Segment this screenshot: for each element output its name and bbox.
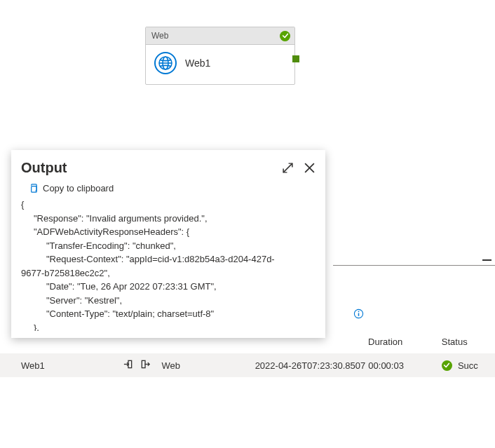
copy-label: Copy to clipboard — [43, 183, 114, 194]
json-line: "Content-Type": "text/plain; charset=utf… — [21, 307, 313, 321]
copy-icon — [28, 183, 39, 194]
table-header-row: Duration Status — [21, 337, 495, 347]
collapse-icon[interactable] — [482, 259, 491, 261]
success-status-icon — [280, 31, 290, 41]
copy-to-clipboard-button[interactable]: Copy to clipboard — [28, 183, 316, 194]
expand-icon[interactable] — [282, 162, 294, 174]
activity-header: Web — [146, 27, 294, 45]
row-duration: 00:00:03 — [368, 360, 442, 371]
json-line: "Request-Context": "appId=cid-v1:d82b54a… — [21, 252, 313, 266]
json-line: "Transfer-Encoding": "chunked", — [21, 239, 313, 253]
activity-body: Web1 — [146, 45, 294, 84]
row-status: Succ — [442, 360, 495, 371]
close-icon[interactable] — [304, 162, 316, 174]
activity-type-label: Web — [151, 31, 168, 41]
info-icon[interactable] — [353, 308, 364, 322]
json-line: "Response": "Invalid arguments provided.… — [21, 212, 313, 226]
json-line: { — [21, 199, 24, 210]
output-panel: Output Copy to clipboard { — [11, 150, 325, 338]
json-line: "ADFWebActivityResponseHeaders": { — [21, 225, 313, 239]
json-line: 9677-b725818ec2c2", — [21, 268, 110, 278]
json-line: "Date": "Tue, 26 Apr 2022 07:23:31 GMT", — [21, 280, 313, 294]
output-icon[interactable] — [140, 359, 151, 372]
json-line: "Server": "Kestrel", — [21, 294, 313, 308]
row-run-start: 2022-04-26T07:23:30.8507 — [255, 360, 369, 371]
row-status-label: Succ — [458, 360, 478, 371]
row-activity-name: Web1 — [21, 360, 45, 371]
output-title-row: Output — [21, 160, 316, 176]
svg-rect-12 — [142, 360, 145, 367]
success-status-icon — [442, 360, 452, 371]
globe-icon — [154, 52, 177, 74]
web-activity-node[interactable]: Web Web1 — [145, 27, 295, 85]
svg-line-3 — [283, 163, 292, 172]
json-line: }, — [21, 321, 313, 332]
output-panel-title: Output — [21, 160, 67, 176]
svg-point-9 — [358, 311, 360, 312]
table-row[interactable]: Web1 Web 2022-0 — [0, 353, 495, 377]
activity-name-label: Web1 — [185, 57, 210, 69]
output-json-content[interactable]: { "Response": "Invalid arguments provide… — [21, 198, 316, 331]
row-activity-type: Web — [162, 360, 255, 371]
column-header-status[interactable]: Status — [442, 337, 495, 347]
input-icon[interactable] — [123, 359, 133, 372]
output-port[interactable] — [292, 55, 299, 62]
column-header-duration[interactable]: Duration — [368, 337, 442, 347]
section-divider — [333, 265, 495, 266]
